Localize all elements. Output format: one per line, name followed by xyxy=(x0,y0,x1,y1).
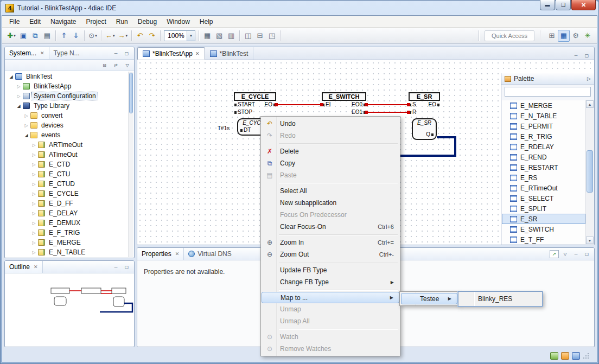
menu-project[interactable]: Project xyxy=(81,16,111,27)
window-grid-icon[interactable] xyxy=(572,352,580,360)
palette-item-e-rdelay[interactable]: E_RDELAY xyxy=(502,142,585,152)
menu-item-testee[interactable]: Testee ▶ xyxy=(401,293,457,304)
editor-tab-blinktestapp[interactable]: *BlinkTestApp✕ xyxy=(137,47,205,60)
zoom-level-combo[interactable]: 100% ▾ xyxy=(164,30,195,41)
expand-arrow-icon[interactable]: ▷ xyxy=(30,143,37,148)
grid-icon[interactable]: ▦ xyxy=(201,30,213,42)
palette-item-e-switch[interactable]: E_SWITCH xyxy=(502,224,585,234)
resize-grip[interactable] xyxy=(583,353,589,359)
event-input-pin[interactable]: R xyxy=(409,108,416,116)
deployment-perspective-icon[interactable]: ⚙ xyxy=(570,30,582,42)
tree-item-blinktestapp[interactable]: ▷BlinkTestApp xyxy=(5,81,128,91)
view-menu-icon[interactable]: ▽ xyxy=(560,250,570,258)
minimize-window-button[interactable]: ▬ xyxy=(540,0,555,10)
minimize-view-icon[interactable]: ─ xyxy=(111,49,120,58)
system-perspective-icon[interactable]: ▦ xyxy=(558,30,570,42)
close-icon[interactable]: ✕ xyxy=(40,50,44,56)
minimize-view-icon[interactable]: ─ xyxy=(571,250,581,258)
tree-item-e-demux[interactable]: ▷E_DEMUX xyxy=(5,218,128,228)
menu-debug[interactable]: Debug xyxy=(133,16,162,27)
tree-item-e-merge[interactable]: ▷E_MERGE xyxy=(5,238,128,247)
expand-arrow-icon[interactable]: ▷ xyxy=(15,94,22,99)
snap-to-grid-icon[interactable]: ▧ xyxy=(213,30,225,42)
scroll-down-icon[interactable]: ▼ xyxy=(586,237,594,244)
title-bar[interactable]: 4 Tutorial - BlinkTestApp - 4diac IDE ▬ … xyxy=(5,2,596,14)
data-input-pin[interactable]: DT xyxy=(240,126,251,134)
expand-arrow-icon[interactable]: ▷ xyxy=(23,113,30,118)
event-output-pin[interactable]: EO0 xyxy=(352,101,366,108)
tree-scrollbar[interactable] xyxy=(128,72,133,257)
palette-item-e-permit[interactable]: E_PERMIT xyxy=(502,121,585,131)
quick-access-button[interactable]: Quick Access xyxy=(485,30,534,41)
outline-thumbnail[interactable] xyxy=(48,280,135,332)
palette-item-e-split[interactable]: E_SPLIT xyxy=(502,203,585,214)
palette-item-e-t-ff[interactable]: E_T_FF xyxy=(502,234,585,244)
download-device-icon[interactable]: ⇓ xyxy=(70,30,82,42)
expand-arrow-icon[interactable]: ▷ xyxy=(30,240,37,245)
tree-item-e-ctd[interactable]: ▷E_CTD xyxy=(5,159,128,169)
upload-device-icon[interactable]: ⇑ xyxy=(58,30,70,42)
close-icon[interactable]: ✕ xyxy=(175,251,180,257)
maximize-window-button[interactable]: ❑ xyxy=(556,0,571,10)
tree-item-atimeout[interactable]: ▷ATimeOut xyxy=(5,150,128,159)
tree-item-type-library[interactable]: ◢Type Library xyxy=(5,101,128,111)
dock-arrow-icon[interactable]: ▷ xyxy=(587,76,591,81)
expand-arrow-icon[interactable]: ▷ xyxy=(30,211,37,216)
event-input-pin[interactable]: STOP xyxy=(234,108,252,116)
palette-item-e-n-table[interactable]: E_N_TABLE xyxy=(502,111,585,121)
redo-icon[interactable]: ↷ xyxy=(146,30,158,42)
tree-item-e-delay[interactable]: ▷E_DELAY xyxy=(5,208,128,218)
expand-arrow-icon[interactable]: ▷ xyxy=(30,201,37,206)
tree-item-events[interactable]: ◢events xyxy=(5,130,128,140)
expand-arrow-icon[interactable]: ▷ xyxy=(30,221,37,226)
menu-item-copy[interactable]: ⧉Copy xyxy=(262,157,399,169)
palette-item-e-sr[interactable]: E_SR xyxy=(502,214,585,224)
menu-help[interactable]: Help xyxy=(195,16,218,27)
minimize-view-icon[interactable]: ─ xyxy=(571,52,581,60)
menu-item-select-all[interactable]: Select All xyxy=(262,185,399,197)
expand-arrow-icon[interactable]: ▷ xyxy=(30,152,37,157)
open-perspective-icon[interactable]: ⊞ xyxy=(546,30,558,42)
tree-item-artimeout[interactable]: ▷ARTimeOut xyxy=(5,140,128,150)
tree-item-blinktest[interactable]: ◢BlinkTest xyxy=(5,72,128,81)
save-icon[interactable]: ▣ xyxy=(17,30,29,42)
save-all-icon[interactable]: ⧉ xyxy=(29,30,41,42)
menu-edit[interactable]: Edit xyxy=(24,16,46,27)
expand-arrow-icon[interactable]: ▷ xyxy=(30,162,37,167)
menu-file[interactable]: File xyxy=(4,16,24,27)
zoom-tool-icon[interactable]: ⊙▾ xyxy=(87,30,99,42)
menu-item-zoom-in[interactable]: ⊕Zoom InCtrl+= xyxy=(262,237,399,248)
ruler-icon[interactable]: ▥ xyxy=(225,30,237,42)
palette-item-e-restart[interactable]: E_RESTART xyxy=(502,162,585,173)
leaf-icon[interactable] xyxy=(550,352,558,360)
collapse-all-icon[interactable]: ⊟ xyxy=(100,61,109,69)
menu-navigate[interactable]: Navigate xyxy=(46,16,81,27)
menu-item-change-fb-type[interactable]: Change FB Type▶ xyxy=(262,276,399,288)
expand-arrow-icon[interactable]: ▷ xyxy=(30,231,37,235)
event-input-pin[interactable]: S xyxy=(409,101,416,108)
minimize-view-icon[interactable]: ─ xyxy=(111,263,120,271)
tree-item-e-d-ff[interactable]: ▷E_D_FF xyxy=(5,199,128,208)
tab-properties[interactable]: Properties✕ xyxy=(137,248,184,260)
forward-icon[interactable]: →▾ xyxy=(117,30,130,42)
close-icon[interactable]: ✕ xyxy=(34,264,38,270)
scroll-up-icon[interactable]: ▲ xyxy=(586,100,594,108)
distribute-vertical-icon[interactable]: ⊟ xyxy=(254,30,266,42)
tree-item-convert[interactable]: ▷convert xyxy=(5,111,128,120)
event-output-pin[interactable]: EO1 xyxy=(352,108,366,116)
new-wizard-icon[interactable]: ✚▾ xyxy=(5,30,17,42)
restore-view-icon[interactable]: ↗ xyxy=(550,250,559,258)
expand-arrow-icon[interactable]: ▷ xyxy=(30,250,37,255)
menu-item-clear-focus-on[interactable]: Clear Focus-OnCtrl+6 xyxy=(262,221,399,233)
input-value-label[interactable]: T#1s xyxy=(218,125,230,131)
palette-item-e-select[interactable]: E_SELECT xyxy=(502,193,585,203)
distribute-horizontal-icon[interactable]: ◫ xyxy=(242,30,254,42)
fb-e-sr[interactable]: E_SR S EO R E_SR Q xyxy=(409,92,440,140)
maximize-view-icon[interactable]: ▢ xyxy=(122,263,131,271)
palette-item-e-rtimeout[interactable]: E_RTimeOut xyxy=(502,183,585,193)
menu-item-delete[interactable]: ✗Delete xyxy=(262,145,399,157)
palette-item-e-merge[interactable]: E_MERGE xyxy=(502,100,585,111)
tree-item-e-n-table[interactable]: ▷E_N_TABLE xyxy=(5,247,128,257)
expand-arrow-icon[interactable]: ◢ xyxy=(8,74,15,79)
tree-item-devices[interactable]: ▷devices xyxy=(5,120,128,130)
